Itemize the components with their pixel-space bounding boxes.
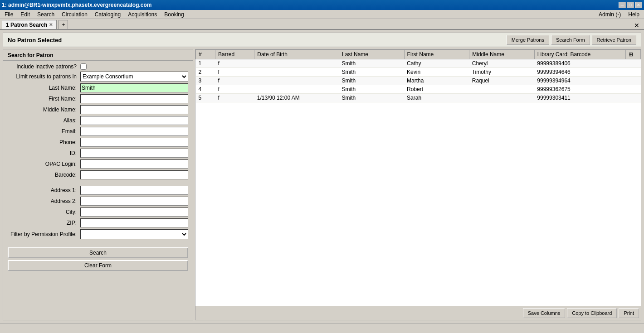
- cell-barred: f: [215, 85, 254, 94]
- phone-input[interactable]: [80, 138, 188, 147]
- cell-empty: [625, 85, 640, 94]
- limit-results-row: Limit results to patrons in Example Cons…: [8, 72, 188, 82]
- table-row[interactable]: 3 f Smith Martha Raquel 99999394964: [196, 77, 641, 85]
- content-split: Search for Patron Include inactive patro…: [3, 49, 641, 320]
- menu-bar: File Edit Search Circulation Cataloging …: [0, 10, 644, 19]
- results-thead: # Barred Date of Birth Last Name First N…: [196, 50, 641, 59]
- col-header-num[interactable]: #: [196, 50, 215, 59]
- search-form-body: Include inactive patrons? Limit results …: [3, 61, 193, 244]
- alias-input[interactable]: [80, 116, 188, 125]
- address2-row: Address 2:: [8, 197, 188, 206]
- cell-last: Smith: [339, 94, 404, 102]
- cell-last: Smith: [339, 85, 404, 94]
- search-button[interactable]: Search: [8, 247, 188, 258]
- search-panel: Search for Patron Include inactive patro…: [3, 49, 193, 320]
- opac-login-input[interactable]: [80, 159, 188, 169]
- city-input[interactable]: [80, 208, 188, 217]
- email-input[interactable]: [80, 127, 188, 136]
- phone-row: Phone:: [8, 138, 188, 147]
- filter-label: Filter by Permission Profile:: [8, 231, 80, 237]
- cell-dob: [254, 68, 339, 77]
- help-menu[interactable]: Help: [624, 10, 643, 19]
- retrieve-patron-button[interactable]: Retrieve Patron: [592, 35, 636, 45]
- email-label: Email:: [8, 128, 80, 135]
- admin-menu[interactable]: Admin (-): [595, 10, 624, 19]
- cell-empty: [625, 68, 640, 77]
- form-buttons: Search Clear Form: [3, 244, 193, 275]
- tab-close-icon[interactable]: ✕: [49, 22, 53, 27]
- limit-results-label: Limit results to patrons in: [8, 73, 80, 80]
- last-name-input[interactable]: [80, 83, 188, 92]
- menu-circulation[interactable]: Circulation: [58, 10, 91, 19]
- filter-select[interactable]: [80, 229, 188, 239]
- cell-dob: [254, 85, 339, 94]
- cell-num: 3: [196, 77, 215, 85]
- col-header-middle[interactable]: Middle Name: [469, 50, 535, 59]
- address1-row: Address 1:: [8, 186, 188, 195]
- merge-patrons-button[interactable]: Merge Patrons: [507, 35, 549, 45]
- maximize-button[interactable]: □: [627, 2, 634, 8]
- close-button[interactable]: ✕: [635, 2, 642, 8]
- copy-to-clipboard-button[interactable]: Copy to Clipboard: [567, 308, 617, 318]
- table-row[interactable]: 1 f Smith Cathy Cheryl 99999389406: [196, 59, 641, 68]
- cell-empty: [625, 59, 640, 68]
- last-name-row: Last Name:: [8, 83, 188, 92]
- cell-barcode: 99999389406: [534, 59, 625, 68]
- menu-booking[interactable]: Booking: [161, 10, 187, 19]
- save-columns-button[interactable]: Save Columns: [523, 308, 566, 318]
- results-panel: # Barred Date of Birth Last Name First N…: [195, 49, 641, 320]
- zip-label: ZIP:: [8, 220, 80, 226]
- barcode-label: Barcode:: [8, 172, 80, 178]
- tab-patron-search[interactable]: 1 Patron Search ✕: [2, 20, 57, 29]
- clear-form-button[interactable]: Clear Form: [8, 260, 188, 271]
- include-inactive-label: Include inactive patrons?: [8, 63, 80, 70]
- address2-input[interactable]: [80, 197, 188, 206]
- cell-barcode: 99999362675: [534, 85, 625, 94]
- menu-acquisitions[interactable]: Acquisitions: [124, 10, 161, 19]
- cell-dob: 1/13/90 12:00 AM: [254, 94, 339, 102]
- search-form-button[interactable]: Search Form: [551, 35, 590, 45]
- table-row[interactable]: 2 f Smith Kevin Timothy 99999394646: [196, 68, 641, 77]
- col-header-first[interactable]: First Name: [404, 50, 469, 59]
- menu-search[interactable]: Search: [34, 10, 58, 19]
- tab-bar: 1 Patron Search ✕ + ✕: [0, 19, 644, 30]
- city-row: City:: [8, 208, 188, 217]
- first-name-input[interactable]: [80, 94, 188, 103]
- col-header-expand[interactable]: ⊞: [625, 50, 640, 59]
- table-row[interactable]: 5 f 1/13/90 12:00 AM Smith Sarah 9999930…: [196, 94, 641, 102]
- tab-add-button[interactable]: +: [59, 20, 68, 29]
- print-button[interactable]: Print: [619, 308, 639, 318]
- include-inactive-checkbox[interactable]: [80, 63, 87, 70]
- cell-dob: [254, 59, 339, 68]
- minimize-button[interactable]: ─: [619, 2, 626, 8]
- cell-num: 2: [196, 68, 215, 77]
- col-header-barred[interactable]: Barred: [215, 50, 254, 59]
- cell-first: Kevin: [404, 68, 469, 77]
- menu-edit[interactable]: Edit: [17, 10, 34, 19]
- zip-input[interactable]: [80, 218, 188, 227]
- middle-name-label: Middle Name:: [8, 106, 80, 113]
- cell-middle: Raquel: [469, 77, 535, 85]
- no-patron-label: No Patron Selected: [8, 37, 62, 43]
- col-header-dob[interactable]: Date of Birth: [254, 50, 339, 59]
- table-row[interactable]: 4 f Smith Robert 99999362675: [196, 85, 641, 94]
- cell-barcode: 99999394964: [534, 77, 625, 85]
- id-input[interactable]: [80, 149, 188, 158]
- address1-input[interactable]: [80, 186, 188, 195]
- col-header-last[interactable]: Last Name: [339, 50, 404, 59]
- cell-last: Smith: [339, 77, 404, 85]
- col-header-libcard[interactable]: Library Card: Barcode: [534, 50, 625, 59]
- opac-login-row: OPAC Login:: [8, 159, 188, 169]
- cell-num: 1: [196, 59, 215, 68]
- barcode-row: Barcode:: [8, 170, 188, 179]
- menu-cataloging[interactable]: Cataloging: [91, 10, 124, 19]
- barcode-input[interactable]: [80, 170, 188, 179]
- title-bar-text: 1: admin@BR1-winxpvmfx.phasefx.evergreen…: [2, 2, 151, 8]
- middle-name-input[interactable]: [80, 105, 188, 114]
- title-bar-controls: ─ □ ✕: [619, 2, 642, 8]
- window-close-icon[interactable]: ✕: [634, 22, 642, 29]
- cell-barcode: 99999394646: [534, 68, 625, 77]
- menu-file[interactable]: File: [1, 10, 17, 19]
- cell-num: 4: [196, 85, 215, 94]
- limit-results-select[interactable]: Example Consortium: [80, 72, 188, 82]
